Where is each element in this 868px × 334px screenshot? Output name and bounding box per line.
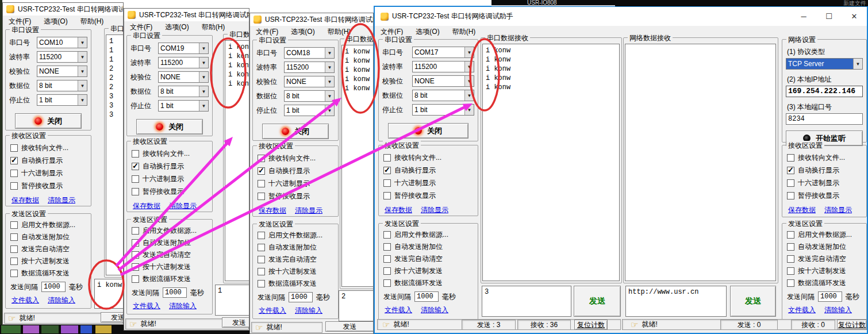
auto-append-option[interactable]: 自动发送附加位 <box>787 243 863 251</box>
clear-display-link[interactable]: 清除显示 <box>824 205 852 215</box>
checkbox-hex-display[interactable] <box>132 175 139 183</box>
loop-send-option[interactable]: 数据流循环发送 <box>10 269 87 278</box>
send-button[interactable]: 发送 <box>574 286 621 317</box>
load-file-link[interactable]: 文件载入 <box>788 305 816 315</box>
checkbox-auto-append[interactable] <box>383 243 391 251</box>
new-file-label[interactable]: 新建文件 <box>843 0 866 6</box>
baud-rate-select[interactable]: 115200▼ <box>37 51 87 63</box>
clear-display-link[interactable]: 清除显示 <box>169 201 197 211</box>
checkbox-recv-to-file[interactable] <box>258 155 265 162</box>
auto-newline-option[interactable]: 自动换行显示 <box>787 166 863 175</box>
auto-newline-option[interactable]: 自动换行显示 <box>10 156 87 165</box>
desktop-icon[interactable] <box>61 325 78 333</box>
checkbox-file-source[interactable] <box>258 232 265 239</box>
send-interval-input[interactable]: 1000 <box>818 291 842 302</box>
parity-select[interactable]: NONE▼ <box>284 76 335 87</box>
loop-send-option[interactable]: 数据流循环发送 <box>787 279 863 287</box>
file-source-option[interactable]: 启用文件数据源... <box>10 221 87 229</box>
serial-recv-area[interactable]: 1 1 1 2 2 2 3 3 3 <box>106 34 124 275</box>
menu-file[interactable]: 文件(F) <box>256 27 278 37</box>
checkbox-file-source[interactable] <box>383 231 391 239</box>
menu-file[interactable]: 文件(F) <box>130 22 152 32</box>
clear-display-link[interactable]: 清除显示 <box>295 206 322 216</box>
checkbox-auto-append[interactable] <box>787 243 794 251</box>
serial-recv-area[interactable]: i konw i konw i konw i konw i konw <box>225 40 249 281</box>
hex-send-option[interactable]: 按十六进制发送 <box>10 257 87 266</box>
com-port-select[interactable]: COM17▼ <box>412 47 474 58</box>
titlebar[interactable]: USR-TCP232-Test 串口转网络调试助手 <box>3 3 123 16</box>
menu-options[interactable]: 选项(O) <box>44 17 67 26</box>
send-interval-input[interactable]: 1000 <box>414 291 439 302</box>
checkbox-auto-newline[interactable] <box>10 157 18 164</box>
parity-select[interactable]: NONE▼ <box>158 71 209 83</box>
baud-rate-select[interactable]: 115200▼ <box>412 61 474 72</box>
pause-recv-option[interactable]: 暂停接收显示 <box>132 187 209 196</box>
loop-send-option[interactable]: 数据流循环发送 <box>258 279 335 288</box>
checkbox-hex-send[interactable] <box>787 267 794 275</box>
recv-to-file-option[interactable]: 接收转向文件... <box>258 154 335 163</box>
desktop-icon[interactable] <box>41 325 59 333</box>
checkbox-auto-append[interactable] <box>132 239 139 247</box>
clear-input-link[interactable]: 清除输入 <box>824 305 852 315</box>
auto-newline-option[interactable]: 自动换行显示 <box>258 167 335 175</box>
load-file-link[interactable]: 文件载入 <box>11 295 39 305</box>
parity-select[interactable]: NONE▼ <box>412 75 474 87</box>
recv-to-file-option[interactable]: 接收转向文件... <box>383 153 474 162</box>
reset-count-button[interactable]: 复位计数 <box>837 320 867 330</box>
hex-display-option[interactable]: 十六进制显示 <box>383 179 474 187</box>
checkbox-file-source[interactable] <box>787 231 794 239</box>
minimize-button[interactable]: ─ <box>791 7 816 26</box>
send-button[interactable]: 发送 <box>101 312 124 323</box>
data-bits-select[interactable]: 8 bit▼ <box>412 90 474 101</box>
checkbox-auto-append[interactable] <box>258 244 265 251</box>
close-button[interactable]: ✕ <box>842 7 867 26</box>
checkbox-hex-send[interactable] <box>258 268 265 275</box>
desktop-icon[interactable] <box>1 325 21 333</box>
checkbox-file-source[interactable] <box>132 227 139 235</box>
checkbox-recv-to-file[interactable] <box>132 150 139 158</box>
checkbox-auto-clear[interactable] <box>132 251 139 259</box>
auto-clear-option[interactable]: 发送完自动清空 <box>383 255 474 263</box>
stop-bits-select[interactable]: 1 bit▼ <box>284 105 335 116</box>
baud-rate-select[interactable]: 115200▼ <box>158 57 209 68</box>
com-port-select[interactable]: COM19▼ <box>158 43 209 54</box>
local-port-input[interactable]: 8234 <box>786 113 863 125</box>
checkbox-auto-clear[interactable] <box>10 245 18 253</box>
hex-send-option[interactable]: 按十六进制发送 <box>787 267 863 275</box>
desktop-icons[interactable] <box>0 325 124 334</box>
recv-to-file-option[interactable]: 接收转向文件... <box>132 149 209 158</box>
checkbox-hex-display[interactable] <box>10 170 18 177</box>
data-bits-select[interactable]: 8 bit▼ <box>37 80 87 91</box>
checkbox-loop-send[interactable] <box>787 279 794 287</box>
checkbox-recv-to-file[interactable] <box>10 144 18 152</box>
local-ip-input[interactable]: 169.254.222.146 <box>786 86 863 97</box>
hex-send-option[interactable]: 按十六进制发送 <box>132 263 209 271</box>
checkbox-recv-to-file[interactable] <box>787 154 794 162</box>
desktop-icon[interactable] <box>23 325 39 333</box>
save-data-link[interactable]: 保存数据 <box>11 195 39 205</box>
auto-append-option[interactable]: 自动发送附加位 <box>10 233 87 241</box>
auto-newline-option[interactable]: 自动换行显示 <box>132 162 209 171</box>
recv-to-file-option[interactable]: 接收转向文件... <box>787 153 863 162</box>
clear-display-link[interactable]: 清除显示 <box>48 195 75 205</box>
hex-display-option[interactable]: 十六进制显示 <box>10 169 87 178</box>
menu-help[interactable]: 帮助(H) <box>202 22 225 32</box>
save-data-link[interactable]: 保存数据 <box>133 201 160 211</box>
clear-input-link[interactable]: 清除输入 <box>421 305 448 315</box>
stop-bits-select[interactable]: 1 bit▼ <box>37 94 87 106</box>
send-button[interactable]: 发送 <box>222 317 249 328</box>
baud-rate-select[interactable]: 115200▼ <box>284 62 335 73</box>
auto-clear-option[interactable]: 发送完自动清空 <box>10 245 87 254</box>
com-port-select[interactable]: COM10▼ <box>37 37 87 48</box>
serial-recv-area[interactable]: i konw i konw i konw i konw i konw <box>482 44 620 281</box>
close-serial-button[interactable]: 关闭 <box>388 123 468 139</box>
send-interval-input[interactable]: 1000 <box>163 287 187 298</box>
clear-input-link[interactable]: 清除输入 <box>48 295 75 305</box>
save-data-link[interactable]: 保存数据 <box>259 206 286 216</box>
stop-bits-select[interactable]: 1 bit▼ <box>412 104 474 116</box>
checkbox-hex-display[interactable] <box>258 180 265 187</box>
maximize-button[interactable]: ☐ <box>816 7 842 26</box>
save-data-link[interactable]: 保存数据 <box>385 205 412 215</box>
load-file-link[interactable]: 文件载入 <box>385 305 412 315</box>
checkbox-file-source[interactable] <box>10 221 18 229</box>
